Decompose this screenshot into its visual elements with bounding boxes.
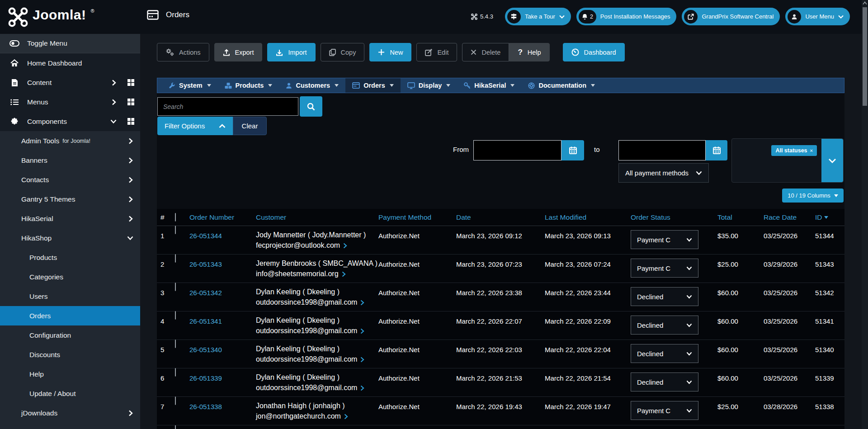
sidebar-item-components[interactable]: Components — [0, 112, 140, 131]
sidebar-item-jdownloads[interactable]: jDownloads — [0, 403, 140, 423]
menu-hikaserial[interactable]: HikaSerial — [457, 78, 521, 93]
header-last-modified[interactable]: Last Modified — [545, 213, 631, 222]
order-number-link[interactable]: 26-051343 — [189, 260, 222, 268]
import-button[interactable]: Import — [267, 43, 315, 61]
order-status-select[interactable]: Declined — [631, 287, 698, 306]
sidebar-item-contacts[interactable]: Contacts — [0, 170, 140, 189]
row-checkbox[interactable] — [175, 311, 176, 320]
scroll-up-arrow-icon[interactable] — [863, 1, 867, 5]
sidebar-item-products[interactable]: Products — [0, 248, 140, 267]
select-all-checkbox[interactable] — [175, 213, 176, 222]
order-number-link[interactable]: 26-051341 — [189, 317, 222, 325]
date-to-input[interactable] — [618, 140, 706, 160]
search-input[interactable] — [157, 97, 298, 116]
take-a-tour-button[interactable]: Take a Tour — [505, 8, 571, 25]
order-number-link[interactable]: 26-051339 — [189, 374, 222, 382]
sidebar-item-update-about[interactable]: Update / About — [0, 384, 140, 403]
order-status-select[interactable]: Declined — [631, 316, 698, 335]
email-chevron-icon[interactable] — [360, 328, 364, 334]
copy-button[interactable]: Copy — [321, 43, 365, 61]
sidebar-item-banners[interactable]: Banners — [0, 151, 140, 170]
sidebar-item-configuration[interactable]: Configuration — [0, 325, 140, 345]
sidebar-item-help[interactable]: Help — [0, 364, 140, 384]
post-installation-messages-button[interactable]: 2 Post Installation Messages — [576, 8, 677, 25]
menu-system[interactable]: System — [162, 78, 218, 93]
grid-icon[interactable] — [127, 79, 135, 86]
scrollbar-thumb[interactable] — [863, 7, 867, 106]
grid-icon[interactable] — [127, 118, 135, 125]
clear-button[interactable]: Clear — [233, 117, 267, 135]
menu-display[interactable]: Display — [401, 78, 458, 93]
sidebar-item-hikashop[interactable]: HikaShop — [0, 228, 140, 248]
calendar-to-button[interactable] — [706, 140, 727, 160]
payment-method-select[interactable]: All payment methods — [618, 163, 709, 183]
header-payment-method[interactable]: Payment Method — [378, 213, 456, 222]
sidebar-item-categories[interactable]: Categories — [0, 267, 140, 287]
calendar-from-button[interactable] — [561, 140, 584, 160]
all-statuses-tag[interactable]: All statuses × — [771, 145, 817, 156]
order-status-select[interactable]: Payment C — [631, 230, 698, 249]
search-button[interactable] — [300, 96, 322, 117]
menu-documentation[interactable]: Documentation — [521, 78, 602, 93]
vertical-scrollbar[interactable] — [862, 0, 868, 429]
row-checkbox[interactable] — [175, 396, 176, 405]
grid-icon[interactable] — [127, 98, 135, 106]
columns-selector-button[interactable]: 10 / 19 Columns — [782, 189, 844, 203]
row-checkbox[interactable] — [175, 339, 176, 348]
sidebar-item-discounts[interactable]: Discounts — [0, 345, 140, 364]
menu-customers[interactable]: Customers — [279, 78, 345, 93]
order-status-select[interactable]: Payment C — [631, 259, 698, 278]
toggle-menu-button[interactable]: Toggle Menu — [0, 34, 140, 53]
email-chevron-icon[interactable] — [343, 243, 347, 249]
sidebar-item-gantry-5-themes[interactable]: Gantry 5 Themes — [0, 189, 140, 209]
sidebar-item-content[interactable]: Content — [0, 73, 140, 92]
actions-button[interactable]: Actions — [157, 43, 209, 61]
sidebar-item-users[interactable]: Users — [0, 287, 140, 306]
order-number-link[interactable]: 26-051340 — [189, 346, 222, 354]
email-chevron-icon[interactable] — [360, 385, 364, 391]
menu-products[interactable]: Products — [218, 78, 279, 93]
sidebar-item-news-feeds[interactable]: News Feeds — [0, 423, 140, 429]
edit-button[interactable]: Edit — [416, 43, 457, 61]
header-race-date[interactable]: Race Date — [764, 213, 815, 222]
header-order-status[interactable]: Order Status — [631, 213, 717, 222]
help-button[interactable]: ? Help — [509, 43, 549, 61]
row-checkbox[interactable] — [175, 283, 176, 291]
delete-button[interactable]: Delete — [462, 43, 509, 61]
row-checkbox[interactable] — [175, 254, 176, 263]
order-number-link[interactable]: 26-051344 — [189, 232, 222, 240]
sidebar-item-hikaserial[interactable]: HikaSerial — [0, 209, 140, 228]
header-total[interactable]: Total — [717, 213, 764, 222]
export-button[interactable]: Export — [214, 43, 263, 61]
menu-orders[interactable]: Orders — [345, 78, 401, 93]
grandprix-software-central-button[interactable]: GrandPrix Software Central — [682, 8, 780, 25]
dashboard-button[interactable]: Dashboard — [563, 43, 625, 61]
email-chevron-icon[interactable] — [360, 357, 364, 363]
row-checkbox[interactable] — [175, 425, 176, 429]
statuses-multiselect[interactable]: All statuses × — [731, 138, 844, 183]
order-number-link[interactable]: 26-051342 — [189, 289, 222, 297]
user-menu-button[interactable]: User Menu — [785, 8, 850, 25]
remove-tag-icon[interactable]: × — [810, 148, 813, 153]
statuses-dropdown-button[interactable] — [821, 139, 843, 182]
date-from-input[interactable] — [473, 140, 561, 160]
order-status-select[interactable]: Payment C — [631, 401, 698, 420]
filter-options-button[interactable]: Filter Options — [157, 117, 233, 135]
email-chevron-icon[interactable] — [360, 300, 364, 306]
order-status-select[interactable]: Declined — [631, 344, 698, 363]
row-checkbox[interactable] — [175, 368, 176, 377]
order-status-select[interactable]: Declined — [631, 372, 698, 391]
sidebar-item-orders[interactable]: Orders — [0, 306, 140, 325]
order-number-link[interactable]: 26-051338 — [189, 403, 222, 410]
sidebar-item-home-dashboard[interactable]: Home Dashboard — [0, 53, 140, 73]
header-customer[interactable]: Customer — [256, 213, 378, 222]
email-chevron-icon[interactable] — [342, 271, 346, 277]
email-chevron-icon[interactable] — [344, 414, 348, 420]
header-date[interactable]: Date — [456, 213, 545, 222]
sidebar-item-menus[interactable]: Menus — [0, 92, 140, 112]
sidebar-item-admin-tools[interactable]: Admin Tools for Joomla! — [0, 131, 140, 151]
header-order-number[interactable]: Order Number — [189, 213, 256, 222]
header-id[interactable]: ID — [815, 213, 844, 222]
row-checkbox[interactable] — [175, 226, 176, 234]
new-button[interactable]: New — [369, 43, 411, 61]
